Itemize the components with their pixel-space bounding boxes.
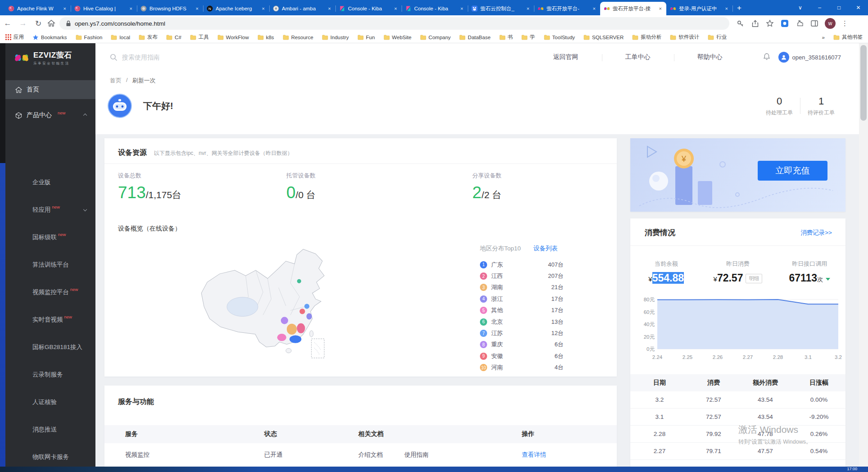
close-button[interactable]: ✕ — [849, 0, 868, 15]
sidebar-subitem-5[interactable]: 实时音视频new — [5, 306, 95, 333]
bookmark-3[interactable]: local — [111, 35, 130, 40]
bookmark-12[interactable]: WebSite — [384, 35, 411, 40]
link-ticket-center[interactable]: 工单中心 — [602, 53, 674, 61]
bookmark-17[interactable]: ToolStudy — [544, 35, 575, 40]
sidebar-subitem-2[interactable]: 国标级联new — [5, 223, 95, 251]
sidebar-subitem-4[interactable]: 视频监控平台new — [5, 278, 95, 306]
bookmark-13[interactable]: Company — [420, 35, 451, 40]
sidebar-subitem-1[interactable]: 轻应用new — [5, 196, 95, 223]
page-scrollbar[interactable] — [859, 43, 868, 467]
bookmark-5[interactable]: C# — [166, 35, 181, 40]
recharge-button[interactable]: 立即充值 — [758, 161, 827, 181]
bookmark-7[interactable]: WorkFlow — [217, 35, 249, 40]
extensions-puzzle-icon[interactable] — [795, 19, 804, 28]
link-help-center[interactable]: 帮助中心 — [674, 53, 746, 61]
tab-close-icon[interactable]: × — [129, 6, 133, 11]
dropdown-triangle-icon[interactable] — [826, 278, 830, 281]
sidebar-subitem-9[interactable]: 消息推送 — [5, 416, 95, 443]
sidebar-subitem-7[interactable]: 云录制服务 — [5, 361, 95, 388]
bookmark-0[interactable]: 应用 — [5, 34, 24, 41]
tab-close-icon[interactable]: × — [327, 6, 332, 11]
tab-close-icon[interactable]: × — [261, 6, 266, 11]
address-bar[interactable]: open.ys7.com/console/home.html — [59, 17, 729, 30]
browser-tab-5[interactable]: Console - Kiba× — [335, 2, 402, 15]
doc-link[interactable]: 使用指南 — [404, 451, 429, 459]
bookmark-14[interactable]: DataBase — [459, 35, 491, 40]
sidebar-subitem-6[interactable]: 国标GB28181接入 — [5, 333, 95, 361]
other-bookmarks[interactable]: 其他书签 — [833, 34, 863, 41]
browser-tab-4[interactable]: Ambari - amba× — [269, 2, 335, 15]
device-list-link[interactable]: 设备列表 — [533, 245, 558, 253]
browser-tab-6[interactable]: Console - Kiba× — [402, 2, 468, 15]
tab-search-icon[interactable]: ∨ — [791, 0, 810, 15]
bookmark-15[interactable]: 书 — [499, 34, 513, 41]
search-box[interactable] — [110, 54, 257, 61]
browser-profile-avatar[interactable]: w — [825, 18, 836, 29]
reload-button[interactable]: ↻ — [31, 19, 46, 28]
bookmark-21[interactable]: 行业 — [708, 34, 727, 41]
bookmark-2[interactable]: Fashion — [76, 35, 103, 40]
sidebar-subitem-8[interactable]: 人证核验 — [5, 388, 95, 416]
browser-tab-9[interactable]: 萤石开放平台-接× — [600, 2, 666, 15]
tab-close-icon[interactable]: × — [724, 6, 729, 11]
tab-close-icon[interactable]: × — [195, 6, 199, 11]
ezviz-logo[interactable]: EZVIZ萤石 乐享安全智能生活 — [5, 43, 95, 72]
sidebar-subitem-0[interactable]: 企业版 — [5, 168, 95, 196]
pinned-extension-icon[interactable] — [780, 19, 789, 28]
bookmark-star-icon[interactable] — [765, 19, 774, 28]
browser-tab-1[interactable]: Hive Catalog |× — [71, 2, 137, 15]
search-input[interactable] — [122, 54, 257, 61]
bookmark-4[interactable]: 发布 — [139, 34, 158, 41]
tab-close-icon[interactable]: × — [592, 6, 597, 11]
user-chip[interactable]: open_3581616077 — [778, 52, 841, 63]
consumption-records-link[interactable]: 消费记录>> — [800, 229, 832, 237]
browser-menu-icon[interactable]: ⋮ — [841, 19, 848, 27]
bookmark-20[interactable]: 软件设计 — [670, 34, 699, 41]
browser-tab-10[interactable]: 登录-用户认证中× — [666, 2, 732, 15]
tab-close-icon[interactable]: × — [393, 6, 398, 11]
back-button[interactable]: ← — [0, 19, 15, 28]
bookmark-11[interactable]: Fun — [357, 35, 375, 40]
key-icon[interactable] — [736, 19, 745, 28]
browser-tab-3[interactable]: NApache Iceberg× — [203, 2, 269, 15]
notification-bell-icon[interactable] — [763, 53, 770, 62]
bookmark-18[interactable]: SQLSERVER — [583, 35, 624, 40]
breadcrumb-home[interactable]: 首页 — [110, 77, 122, 85]
link-official-site[interactable]: 返回官网 — [530, 53, 602, 61]
restore-button[interactable]: □ — [829, 0, 849, 15]
bookmark-9[interactable]: Resource — [283, 35, 313, 40]
forward-button[interactable]: → — [15, 19, 31, 28]
china-map[interactable] — [194, 241, 350, 362]
browser-tab-0[interactable]: Apache Flink W× — [5, 2, 71, 15]
bookmark-8[interactable]: k8s — [258, 35, 274, 40]
bookmark-6[interactable]: 工具 — [190, 34, 209, 41]
bookmark-19[interactable]: 振动分析 — [632, 34, 661, 41]
view-details-link[interactable]: 查看详情 — [522, 451, 546, 458]
sidebar-item-home[interactable]: 首页 — [5, 80, 95, 99]
scrollbar-thumb[interactable] — [860, 45, 867, 121]
browser-tab-2[interactable]: Browsing HDFS× — [137, 2, 203, 15]
sidebar-subitem-3[interactable]: 算法训练平台 — [5, 251, 95, 278]
detail-tag-button[interactable]: 明细 — [746, 274, 762, 283]
new-tab-button[interactable]: + — [737, 4, 741, 13]
browser-tab-8[interactable]: 萤石开放平台-× — [534, 2, 600, 15]
sidebar-item-product-center[interactable]: 产品中心 new — [5, 104, 95, 126]
minimize-button[interactable]: – — [810, 0, 829, 15]
bookmark-10[interactable]: Industry — [322, 35, 349, 40]
bookmark-16[interactable]: 学 — [521, 34, 535, 41]
share-icon[interactable] — [750, 19, 760, 28]
side-panel-icon[interactable] — [810, 19, 819, 28]
console-topbar: 返回官网 工单中心 帮助中心 open_3581616077 — [95, 43, 859, 71]
bookmark-1[interactable]: Bookmarks — [32, 34, 67, 41]
tab-close-icon[interactable]: × — [63, 6, 67, 11]
doc-link[interactable]: 介绍文档 — [358, 451, 383, 459]
pending-tickets[interactable]: 0 待处理工单 — [759, 95, 800, 117]
spend-area-chart[interactable] — [657, 297, 838, 353]
browser-tab-7[interactable]: 萤石云控制台_× — [468, 2, 534, 15]
bookmarks-overflow-chevron[interactable]: » — [822, 35, 825, 40]
home-icon[interactable] — [47, 19, 56, 28]
review-tickets[interactable]: 1 待评价工单 — [800, 95, 842, 117]
tab-close-icon[interactable]: × — [658, 6, 663, 11]
tab-close-icon[interactable]: × — [526, 6, 530, 11]
tab-close-icon[interactable]: × — [460, 6, 464, 11]
